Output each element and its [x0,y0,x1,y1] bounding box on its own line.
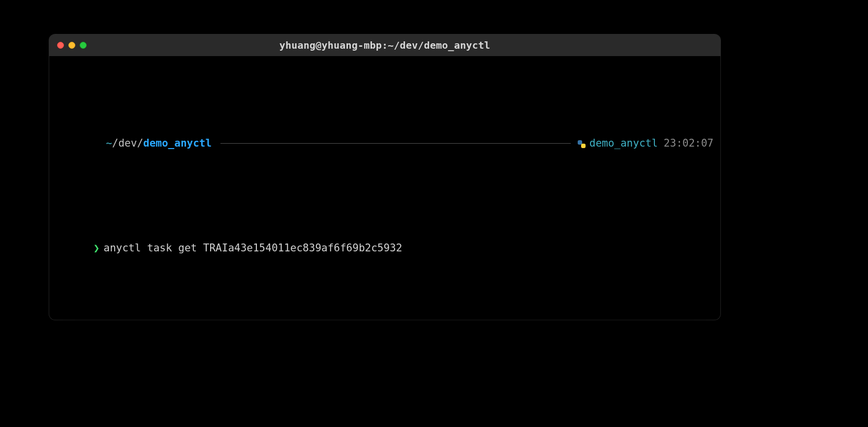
terminal-window: yhuang@yhuang-mbp:~/dev/demo_anyctl ~/de… [49,34,720,320]
virtualenv-name: demo_anyctl [589,136,658,151]
command-text: anyctl task get TRAIa43e154011ec839af6f6… [104,242,403,254]
terminal-body[interactable]: ~/dev/demo_anyctl demo_anyctl 23:02:07 ❯… [49,56,720,320]
titlebar: yhuang@yhuang-mbp:~/dev/demo_anyctl [49,34,720,56]
prompt-header-1: ~/dev/demo_anyctl demo_anyctl 23:02:07 [56,121,713,166]
zoom-icon[interactable] [80,42,87,49]
window-title: yhuang@yhuang-mbp:~/dev/demo_anyctl [49,39,720,51]
python-icon [578,140,586,148]
prompt-caret: ❯ [93,242,100,254]
traffic-lights [57,42,87,49]
path-tilde: ~ [106,137,112,149]
path-mid: /dev/ [112,137,143,149]
prompt-time: 23:02:07 [664,136,713,151]
minimize-icon[interactable] [68,42,75,49]
close-icon[interactable] [57,42,64,49]
path-dir: demo_anyctl [143,137,212,149]
divider [220,143,571,144]
command-line-1: ❯anyctl task get TRAIa43e154011ec839af6f… [56,226,713,271]
